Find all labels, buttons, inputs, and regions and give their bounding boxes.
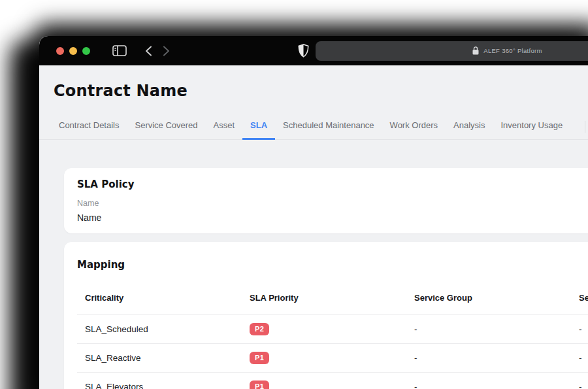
privacy-shield-icon[interactable]	[298, 44, 309, 58]
tab-analysis[interactable]: Analysis	[446, 116, 493, 140]
table-row[interactable]: SLA_Reactive P1 - -	[77, 344, 588, 373]
tab-bar: Contract Details Service Covered Asset S…	[39, 116, 588, 140]
zoom-window-button[interactable]	[82, 47, 90, 55]
page-title: Contract Name	[54, 82, 588, 100]
sla-policy-name-label: Name	[77, 199, 588, 208]
priority-badge: P1	[250, 381, 269, 389]
column-header-sla-priority: SLA Priority	[242, 285, 406, 315]
tab-work-orders[interactable]: Work Orders	[382, 116, 446, 140]
column-header-criticality: Criticality	[77, 285, 242, 315]
window-controls	[56, 47, 90, 55]
sidebar-toggle-icon[interactable]	[112, 45, 127, 56]
cell-service-group: -	[406, 373, 571, 389]
cell-criticality: SLA_Scheduled	[77, 315, 242, 344]
mapping-card-title: Mapping	[77, 259, 588, 271]
mapping-card: Mapping Criticality SLA Priority Service…	[64, 242, 588, 389]
close-window-button[interactable]	[56, 47, 64, 55]
back-icon[interactable]	[145, 46, 152, 56]
cell-service-group: -	[406, 315, 571, 344]
table-row[interactable]: SLA_Scheduled P2 - -	[77, 315, 588, 344]
tab-inventory-usage[interactable]: Inventory Usage	[493, 116, 570, 140]
column-header-service-group: Service Group	[406, 285, 571, 315]
lock-icon	[472, 46, 479, 55]
mapping-table-header-row: Criticality SLA Priority Service Group S…	[77, 285, 588, 315]
tab-contract-details[interactable]: Contract Details	[51, 116, 127, 140]
cell-clipped: -	[571, 315, 588, 344]
browser-titlebar: ALEF 360° Platform	[39, 36, 588, 65]
table-row[interactable]: SLA_Elevators P1 - -	[77, 373, 588, 389]
mapping-table: Criticality SLA Priority Service Group S…	[77, 285, 588, 389]
column-header-clipped: Ser	[571, 285, 588, 315]
cell-clipped: -	[571, 344, 588, 373]
cell-criticality: SLA_Reactive	[77, 344, 242, 373]
cell-clipped: -	[571, 373, 588, 389]
sla-policy-name-value: Name	[77, 212, 588, 223]
tab-asset[interactable]: Asset	[206, 116, 243, 140]
minimize-window-button[interactable]	[69, 47, 77, 55]
address-bar-label: ALEF 360° Platform	[483, 47, 542, 54]
address-bar[interactable]: ALEF 360° Platform	[316, 41, 588, 61]
cell-criticality: SLA_Elevators	[77, 373, 242, 389]
tab-sla[interactable]: SLA	[242, 116, 275, 140]
tab-bar-divider	[585, 121, 585, 133]
priority-badge: P2	[250, 323, 269, 335]
tab-scheduled-maintenance[interactable]: Scheduled Maintenance	[275, 116, 382, 140]
sla-policy-card: SLA Policy Name Name	[64, 168, 588, 233]
browser-window: ALEF 360° Platform Contract Name Contrac…	[39, 36, 588, 389]
sla-policy-card-title: SLA Policy	[77, 178, 588, 190]
forward-icon[interactable]	[163, 46, 170, 56]
address-bar-site: ALEF 360° Platform	[472, 46, 542, 55]
tab-service-covered[interactable]: Service Covered	[127, 116, 205, 140]
priority-badge: P1	[250, 352, 269, 364]
cell-service-group: -	[406, 344, 571, 373]
page-content: Contract Name Contract Details Service C…	[39, 82, 588, 389]
